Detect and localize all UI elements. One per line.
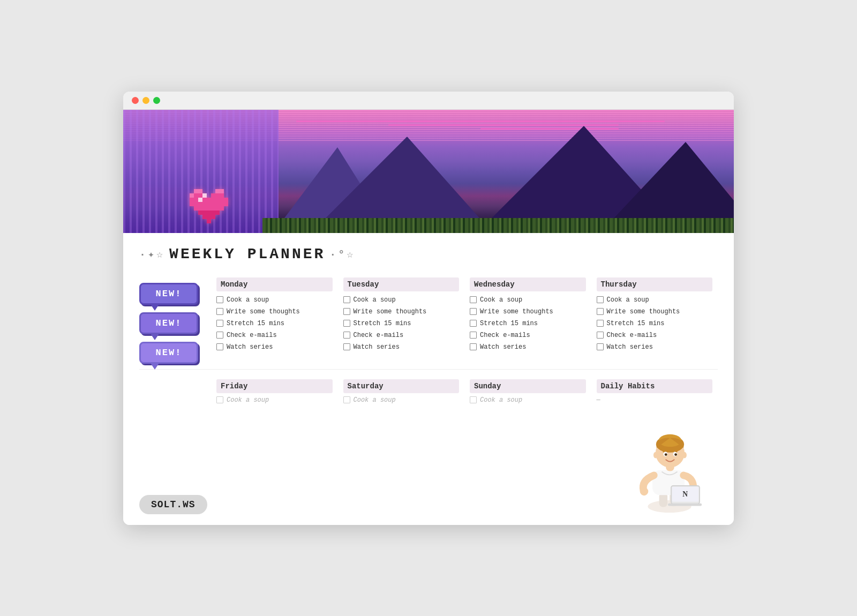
- list-item: Cook a soup: [343, 296, 460, 304]
- task-checkbox-1-0[interactable]: [343, 296, 350, 303]
- page-title-text: WEEKLY PLANNER: [169, 246, 325, 262]
- bottom-task-partial: Cook a soup: [216, 396, 333, 404]
- close-button[interactable]: [132, 97, 139, 104]
- svg-rect-0: [194, 189, 202, 193]
- task-checkbox-3-0[interactable]: [597, 296, 604, 303]
- svg-point-29: [665, 453, 667, 456]
- day-column-tuesday: TuesdayCook a soupWrite some thoughtsStr…: [338, 277, 465, 364]
- list-item: Check e-mails: [597, 331, 713, 340]
- section-divider: [139, 369, 718, 370]
- bottom-row: FridayCook a soupSaturdayCook a soupSund…: [139, 379, 718, 407]
- task-checkbox-1-2[interactable]: [343, 320, 350, 327]
- minimize-button[interactable]: [142, 97, 149, 104]
- task-checkbox-1-4[interactable]: [343, 343, 350, 350]
- task-checkbox-3-3[interactable]: [597, 332, 604, 339]
- task-label: Watch series: [354, 343, 400, 351]
- task-label: Watch series: [480, 343, 526, 351]
- task-label: Stretch 15 mins: [227, 319, 284, 328]
- title-bar: [123, 92, 734, 110]
- task-checkbox-2-1[interactable]: [470, 308, 477, 315]
- sky-line-1: [296, 121, 665, 122]
- bottom-checkbox-1[interactable]: [343, 396, 350, 403]
- bottom-checkbox-0[interactable]: [216, 396, 223, 403]
- task-label: Cook a soup: [227, 296, 269, 304]
- list-item: Write some thoughts: [343, 307, 460, 316]
- task-checkbox-1-3[interactable]: [343, 332, 350, 339]
- task-label: Write some thoughts: [227, 307, 300, 316]
- task-checkbox-2-3[interactable]: [470, 332, 477, 339]
- svg-rect-8: [198, 211, 220, 215]
- list-item: Watch series: [343, 343, 460, 351]
- list-item: Watch series: [470, 343, 586, 351]
- list-item: Check e-mails: [470, 331, 586, 340]
- task-checkbox-2-4[interactable]: [470, 343, 477, 350]
- task-list-thursday: Cook a soupWrite some thoughtsStretch 15…: [597, 296, 713, 352]
- day-column-wednesday: WednesdayCook a soupWrite some thoughtsS…: [464, 277, 591, 364]
- main-content: ·✦☆ WEEKLY PLANNER ·°☆ NEW! NEW! NEW! Mo…: [123, 233, 734, 423]
- bottom-task-label: Cook a soup: [227, 396, 269, 404]
- list-item: Check e-mails: [343, 331, 460, 340]
- day-header-tuesday: Tuesday: [343, 277, 460, 291]
- task-checkbox-2-2[interactable]: [470, 320, 477, 327]
- svg-rect-1: [215, 189, 224, 193]
- task-checkbox-1-1[interactable]: [343, 308, 350, 315]
- task-label: Check e-mails: [227, 331, 277, 340]
- list-item: Watch series: [597, 343, 713, 351]
- list-item: Stretch 15 mins: [470, 319, 586, 328]
- bottom-day-header-2: Sunday: [470, 379, 586, 393]
- bottom-checkbox-2[interactable]: [470, 396, 477, 403]
- bottom-task-label: Cook a soup: [480, 396, 522, 404]
- bottom-day-header-0: Friday: [216, 379, 333, 393]
- grass: [262, 218, 734, 233]
- svg-rect-9: [202, 215, 215, 219]
- task-checkbox-3-4[interactable]: [597, 343, 604, 350]
- task-checkbox-0-0[interactable]: [216, 296, 223, 303]
- list-item: Write some thoughts: [597, 307, 713, 316]
- task-checkbox-3-2[interactable]: [597, 320, 604, 327]
- new-badge-1: NEW!: [139, 283, 198, 305]
- title-deco-left: ·✦☆: [139, 247, 165, 261]
- planner-grid: NEW! NEW! NEW! MondayCook a soupWrite so…: [139, 277, 718, 364]
- task-label: Stretch 15 mins: [354, 319, 411, 328]
- task-label: Write some thoughts: [480, 307, 553, 316]
- svg-rect-22: [668, 503, 702, 506]
- person-svg: N: [624, 431, 715, 514]
- task-label: Cook a soup: [354, 296, 396, 304]
- days-grid: MondayCook a soupWrite some thoughtsStre…: [211, 277, 718, 364]
- list-item: Stretch 15 mins: [343, 319, 460, 328]
- list-item: Check e-mails: [216, 331, 333, 340]
- list-item: Cook a soup: [597, 296, 713, 304]
- svg-rect-6: [190, 198, 228, 206]
- svg-rect-7: [194, 206, 224, 211]
- bottom-task-partial: Cook a soup: [470, 396, 586, 404]
- task-checkbox-0-3[interactable]: [216, 332, 223, 339]
- footer: SOLT.WS: [123, 423, 734, 525]
- bottom-task-dash: —: [597, 396, 713, 404]
- day-header-wednesday: Wednesday: [470, 277, 586, 291]
- list-item: Watch series: [216, 343, 333, 351]
- task-checkbox-2-0[interactable]: [470, 296, 477, 303]
- list-item: Cook a soup: [470, 296, 586, 304]
- task-checkbox-0-2[interactable]: [216, 320, 223, 327]
- task-checkbox-0-1[interactable]: [216, 308, 223, 315]
- day-header-monday: Monday: [216, 277, 333, 291]
- task-checkbox-0-4[interactable]: [216, 343, 223, 350]
- character-figure: N: [621, 429, 718, 514]
- task-label: Write some thoughts: [607, 307, 680, 316]
- task-label: Check e-mails: [480, 331, 530, 340]
- task-label: Stretch 15 mins: [607, 319, 665, 328]
- svg-rect-12: [202, 193, 207, 198]
- svg-rect-11: [198, 198, 202, 202]
- day-column-thursday: ThursdayCook a soupWrite some thoughtsSt…: [591, 277, 718, 364]
- task-label: Check e-mails: [607, 331, 657, 340]
- task-list-tuesday: Cook a soupWrite some thoughtsStretch 15…: [343, 296, 460, 352]
- svg-point-31: [653, 452, 658, 458]
- svg-point-18: [640, 487, 649, 495]
- bottom-day-sunday: SundayCook a soup: [464, 379, 591, 407]
- task-checkbox-3-1[interactable]: [597, 308, 604, 315]
- bottom-day-saturday: SaturdayCook a soup: [338, 379, 465, 407]
- bottom-day-header-1: Saturday: [343, 379, 460, 393]
- task-label: Write some thoughts: [354, 307, 427, 316]
- maximize-button[interactable]: [153, 97, 160, 104]
- list-item: Write some thoughts: [470, 307, 586, 316]
